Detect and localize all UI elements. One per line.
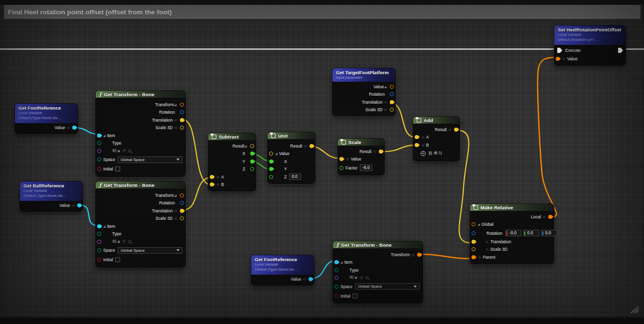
comment-title-bar[interactable]: Find Heel rotation point offset (offset … bbox=[4, 5, 641, 19]
bone-list-icon[interactable]: ≡ bbox=[118, 239, 120, 244]
bone-list-icon[interactable]: ≡ bbox=[118, 149, 120, 154]
node-scale[interactable]: Scale Result◁ ▷Value Factor-6.0 bbox=[338, 139, 384, 175]
pin-translation-in[interactable] bbox=[472, 240, 476, 244]
pin-space-in[interactable] bbox=[97, 158, 101, 162]
node-get-targetfootplatform[interactable]: Get TargetFootPlatform Input parameter V… bbox=[332, 68, 395, 116]
pin-transform-out[interactable] bbox=[180, 193, 184, 197]
pin-z-out[interactable] bbox=[250, 167, 254, 171]
node-header[interactable]: Subtract bbox=[208, 133, 256, 140]
pin-local-out[interactable] bbox=[548, 215, 552, 219]
pin-global-in[interactable] bbox=[472, 222, 476, 226]
rotation-x-field[interactable]: -0.0 bbox=[505, 230, 521, 236]
pin-transform-out[interactable] bbox=[417, 253, 421, 257]
pin-initial-in[interactable] bbox=[97, 258, 101, 262]
pin-name-in[interactable] bbox=[97, 149, 101, 153]
pin-initial-in[interactable] bbox=[334, 294, 338, 298]
z-value-field[interactable]: 0.0 bbox=[289, 173, 301, 180]
search-icon[interactable] bbox=[128, 150, 131, 153]
bone-list-icon[interactable]: ≡ bbox=[355, 275, 357, 280]
pin-y-in[interactable] bbox=[269, 167, 273, 171]
search-icon[interactable] bbox=[365, 276, 368, 279]
node-make-relative[interactable]: Make Relative Local◁ ◢Global Rotation -0… bbox=[470, 204, 554, 264]
node-unit[interactable]: Unit Result◁ ◢Value X Y Z0.0 bbox=[268, 132, 315, 183]
pin-item-in[interactable] bbox=[97, 224, 101, 228]
space-dropdown[interactable]: Global Space bbox=[118, 247, 182, 254]
pin-transform-out[interactable] bbox=[180, 103, 184, 107]
pin-scale3d-in[interactable] bbox=[472, 247, 476, 251]
node-header[interactable]: Unit bbox=[268, 132, 315, 139]
pin-item-in[interactable] bbox=[334, 260, 338, 264]
reset-icon[interactable]: ↺ bbox=[122, 239, 126, 244]
node-get-transform-bone-3[interactable]: ƒ Get Transform - Bone Transform◁ ◢Item … bbox=[333, 241, 423, 303]
pin-space-in[interactable] bbox=[334, 285, 338, 289]
pin-name-in[interactable] bbox=[97, 240, 101, 244]
node-header[interactable]: Make Relative bbox=[470, 204, 554, 211]
node-header[interactable]: ƒ Get Transform - Bone bbox=[96, 91, 185, 98]
node-header[interactable]: Get FootReference Local Variable Default… bbox=[251, 255, 314, 275]
pin-rotation-out[interactable] bbox=[390, 92, 394, 96]
node-add[interactable]: Add Result◁ ▷A ▷B +핀 추가 bbox=[413, 117, 460, 161]
node-header[interactable]: ƒ Get Transform - Bone bbox=[333, 241, 423, 248]
pin-result-out[interactable] bbox=[250, 144, 254, 148]
node-header[interactable]: Add bbox=[413, 117, 460, 124]
blueprint-graph-canvas[interactable]: Find Heel rotation point offset (offset … bbox=[0, 0, 644, 324]
node-header[interactable]: Get FootReference Local Variable Default… bbox=[15, 104, 78, 123]
pin-translation-out[interactable] bbox=[180, 118, 184, 122]
factor-value-field[interactable]: -6.0 bbox=[360, 164, 372, 171]
search-icon[interactable] bbox=[128, 240, 131, 243]
node-header[interactable]: Get TargetFootPlatform Input parameter bbox=[332, 68, 395, 82]
node-get-ballreference[interactable]: Get BallReference Local Variable Default… bbox=[20, 181, 83, 211]
pin-type-in[interactable] bbox=[334, 268, 338, 272]
pin-x-in[interactable] bbox=[269, 160, 273, 163]
pin-z-in[interactable] bbox=[269, 175, 273, 179]
space-dropdown[interactable]: Global Space bbox=[118, 157, 182, 163]
space-dropdown[interactable]: Global Space bbox=[355, 283, 420, 290]
pin-b-in[interactable] bbox=[415, 143, 419, 147]
pin-value-out[interactable] bbox=[309, 277, 313, 281]
rotation-z-field[interactable]: 0.0 bbox=[541, 230, 557, 236]
node-get-transform-bone-1[interactable]: ƒ Get Transform - Bone Transform◢ Rotati… bbox=[96, 91, 185, 176]
pin-type-in[interactable] bbox=[97, 232, 101, 236]
node-header[interactable]: Get BallReference Local Variable Default… bbox=[20, 181, 83, 201]
node-get-footreference-1[interactable]: Get FootReference Local Variable Default… bbox=[15, 104, 78, 134]
pin-initial-in[interactable] bbox=[97, 167, 101, 171]
pin-x-out[interactable] bbox=[250, 152, 254, 156]
bone-name-value[interactable]: 이 bbox=[112, 148, 117, 154]
pin-execute-out[interactable] bbox=[618, 48, 623, 53]
pin-a-in[interactable] bbox=[415, 135, 419, 139]
pin-rotation-out[interactable] bbox=[180, 201, 184, 205]
pin-scale3d-out[interactable] bbox=[180, 216, 184, 220]
pin-value-out[interactable] bbox=[72, 126, 76, 130]
pin-rotation-out[interactable] bbox=[180, 110, 184, 114]
rotation-y-field[interactable]: 0.0 bbox=[523, 230, 539, 236]
pin-value-in[interactable] bbox=[339, 157, 343, 161]
node-header[interactable]: Set HeelRotationPointOffset Local Variab… bbox=[554, 25, 626, 45]
reset-icon[interactable]: ↺ bbox=[359, 276, 363, 280]
pin-execute-in[interactable] bbox=[557, 48, 562, 53]
pin-rotation-in[interactable] bbox=[472, 231, 476, 235]
bone-name-value[interactable]: 이 bbox=[112, 239, 117, 245]
node-set-heelrotationpointoffset[interactable]: Set HeelRotationPointOffset Local Variab… bbox=[554, 25, 626, 65]
bone-name-value[interactable]: 이 bbox=[349, 275, 354, 281]
node-get-transform-bone-2[interactable]: ƒ Get Transform - Bone Transform◢ Rotati… bbox=[96, 181, 185, 267]
pin-result-out[interactable] bbox=[379, 150, 383, 154]
pin-type-in[interactable] bbox=[97, 141, 101, 145]
pin-b-in[interactable] bbox=[210, 182, 214, 186]
pin-a-in[interactable] bbox=[210, 175, 214, 179]
pin-item-in[interactable] bbox=[97, 134, 101, 138]
pin-y-out[interactable] bbox=[250, 160, 254, 163]
pin-translation-out[interactable] bbox=[390, 100, 394, 104]
pin-space-in[interactable] bbox=[97, 248, 101, 252]
pin-scale3d-out[interactable] bbox=[180, 126, 184, 130]
node-header[interactable]: ƒ Get Transform - Bone bbox=[96, 181, 185, 188]
initial-checkbox[interactable] bbox=[352, 294, 357, 299]
node-get-footreference-2[interactable]: Get FootReference Local Variable Default… bbox=[251, 255, 314, 285]
pin-value-in[interactable] bbox=[269, 152, 273, 156]
add-pin-button[interactable]: +핀 추가 bbox=[413, 149, 460, 159]
initial-checkbox[interactable] bbox=[115, 257, 120, 262]
reset-icon[interactable]: ↺ bbox=[122, 149, 126, 153]
pin-name-in[interactable] bbox=[334, 276, 338, 280]
pin-scale3d-out[interactable] bbox=[390, 108, 394, 112]
pin-parent-in[interactable] bbox=[472, 255, 476, 259]
pin-value-out[interactable] bbox=[77, 203, 81, 207]
